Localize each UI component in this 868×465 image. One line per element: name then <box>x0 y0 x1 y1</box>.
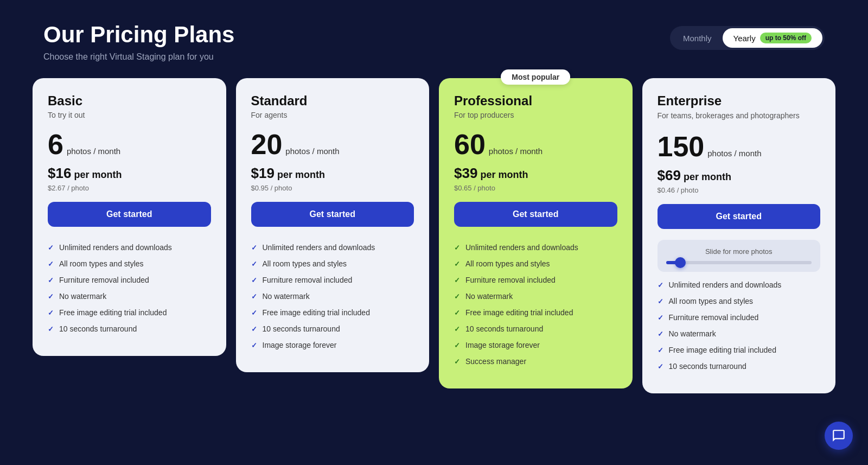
list-item: ✓No watermark <box>48 292 211 301</box>
photos-num-professional: 60 <box>454 130 486 158</box>
photos-num-basic: 6 <box>48 130 63 158</box>
check-icon: ✓ <box>454 292 460 301</box>
get-started-button-standard[interactable]: Get started <box>251 202 414 227</box>
list-item: ✓Unlimited renders and downloads <box>454 243 617 252</box>
list-item: ✓Image storage forever <box>454 341 617 349</box>
photos-unit-enterprise: photos / month <box>707 149 761 158</box>
check-icon: ✓ <box>658 297 663 305</box>
check-icon: ✓ <box>658 346 663 354</box>
price-standard: $19 per month <box>251 165 414 182</box>
features-list-standard: ✓Unlimited renders and downloads ✓All ro… <box>251 243 414 349</box>
check-icon: ✓ <box>251 244 257 252</box>
check-icon: ✓ <box>251 292 257 301</box>
price-per-photo-enterprise: $0.46 / photo <box>658 186 821 194</box>
discount-badge: up to 50% off <box>760 33 812 43</box>
list-item: ✓Success manager <box>454 357 617 366</box>
most-popular-badge: Most popular <box>501 69 570 85</box>
check-icon: ✓ <box>251 309 257 317</box>
price-amount-enterprise: $69 per month <box>658 171 731 182</box>
photos-num-enterprise: 150 <box>658 132 705 161</box>
slider-section: Slide for more photos <box>658 240 821 272</box>
plan-tagline-basic: To try it out <box>48 111 211 119</box>
list-item: ✓Free image editing trial included <box>658 346 821 354</box>
list-item: ✓No watermark <box>251 292 414 301</box>
check-icon: ✓ <box>454 358 460 366</box>
list-item: ✓Image storage forever <box>251 341 414 349</box>
price-enterprise: $69 per month <box>658 167 821 184</box>
list-item: ✓All room types and styles <box>658 297 821 305</box>
slider-thumb[interactable] <box>675 257 686 268</box>
check-icon: ✓ <box>658 314 663 322</box>
check-icon: ✓ <box>48 292 54 301</box>
price-amount-standard: $19 per month <box>251 169 325 180</box>
list-item: ✓Unlimited renders and downloads <box>658 281 821 289</box>
plan-card-basic: Basic To try it out 6 photos / month $16… <box>33 78 226 356</box>
price-per-photo-basic: $2.67 / photo <box>48 184 211 192</box>
list-item: ✓No watermark <box>658 329 821 338</box>
list-item: ✓10 seconds turnaround <box>48 324 211 333</box>
price-amount-basic: $16 per month <box>48 169 122 180</box>
check-icon: ✓ <box>454 341 460 349</box>
check-icon: ✓ <box>48 325 54 333</box>
list-item: ✓Furniture removal included <box>658 313 821 322</box>
header-text: Our Pricing Plans Choose the right Virtu… <box>43 22 234 62</box>
photos-num-standard: 20 <box>251 130 283 158</box>
photos-count-standard: 20 photos / month <box>251 130 414 158</box>
photos-count-professional: 60 photos / month <box>454 130 617 158</box>
list-item: ✓All room types and styles <box>251 259 414 268</box>
list-item: ✓10 seconds turnaround <box>454 324 617 333</box>
check-icon: ✓ <box>251 276 257 284</box>
list-item: ✓10 seconds turnaround <box>658 362 821 371</box>
list-item: ✓Furniture removal included <box>251 276 414 284</box>
list-item: ✓Free image editing trial included <box>454 308 617 317</box>
monthly-toggle-button[interactable]: Monthly <box>672 29 723 47</box>
list-item: ✓No watermark <box>454 292 617 301</box>
plan-name-enterprise: Enterprise <box>658 93 821 109</box>
plan-tagline-enterprise: For teams, brokerages and photographers <box>658 111 821 122</box>
photos-count-enterprise: 150 photos / month <box>658 132 821 161</box>
check-icon: ✓ <box>454 244 460 252</box>
list-item: ✓All room types and styles <box>454 259 617 268</box>
check-icon: ✓ <box>454 309 460 317</box>
billing-toggle: Monthly Yearly up to 50% off <box>670 26 825 50</box>
get-started-button-enterprise[interactable]: Get started <box>658 204 821 229</box>
price-per-photo-standard: $0.95 / photo <box>251 184 414 192</box>
list-item: ✓Furniture removal included <box>48 276 211 284</box>
photos-unit-basic: photos / month <box>67 146 120 156</box>
photos-unit-standard: photos / month <box>285 146 339 156</box>
list-item: ✓Furniture removal included <box>454 276 617 284</box>
slider-label: Slide for more photos <box>666 247 812 256</box>
chat-button[interactable] <box>825 422 853 450</box>
plan-card-standard: Standard For agents 20 photos / month $1… <box>236 78 430 372</box>
check-icon: ✓ <box>251 260 257 268</box>
list-item: ✓Unlimited renders and downloads <box>48 243 211 252</box>
plan-card-enterprise: Enterprise For teams, brokerages and pho… <box>642 78 836 393</box>
page-title: Our Pricing Plans <box>43 22 234 48</box>
get-started-button-basic[interactable]: Get started <box>48 202 211 227</box>
plan-name-professional: Professional <box>454 93 617 109</box>
list-item: ✓Free image editing trial included <box>48 308 211 317</box>
page-header: Our Pricing Plans Choose the right Virtu… <box>0 0 868 78</box>
check-icon: ✓ <box>48 276 54 284</box>
yearly-toggle-button[interactable]: Yearly up to 50% off <box>723 28 822 48</box>
check-icon: ✓ <box>658 330 663 338</box>
check-icon: ✓ <box>251 325 257 333</box>
list-item: ✓Free image editing trial included <box>251 308 414 317</box>
features-list-professional: ✓Unlimited renders and downloads ✓All ro… <box>454 243 617 366</box>
price-per-photo-professional: $0.65 / photo <box>454 184 617 192</box>
list-item: ✓All room types and styles <box>48 259 211 268</box>
price-professional: $39 per month <box>454 165 617 182</box>
check-icon: ✓ <box>48 244 54 252</box>
slider-track[interactable] <box>666 261 812 264</box>
check-icon: ✓ <box>251 341 257 349</box>
check-icon: ✓ <box>48 309 54 317</box>
check-icon: ✓ <box>454 276 460 284</box>
photos-count-basic: 6 photos / month <box>48 130 211 158</box>
plan-name-standard: Standard <box>251 93 414 109</box>
get-started-button-professional[interactable]: Get started <box>454 202 617 227</box>
features-list-basic: ✓Unlimited renders and downloads ✓All ro… <box>48 243 211 333</box>
plan-tagline-standard: For agents <box>251 111 414 119</box>
plan-tagline-professional: For top producers <box>454 111 617 119</box>
list-item: ✓Unlimited renders and downloads <box>251 243 414 252</box>
features-list-enterprise: ✓Unlimited renders and downloads ✓All ro… <box>658 281 821 371</box>
